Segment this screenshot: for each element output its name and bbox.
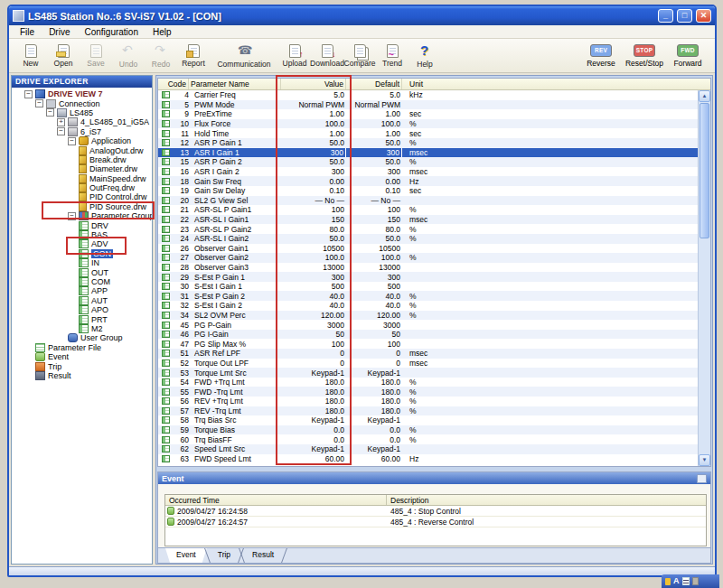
cell-value[interactable]: Keypad-1 xyxy=(281,415,346,425)
minimize-button[interactable] xyxy=(658,9,673,23)
parameter-row[interactable]: 62Speed Lmt SrcKeypad-1Keypad-1 xyxy=(158,444,698,454)
cell-value[interactable]: 80.0 xyxy=(281,225,346,234)
cell-value[interactable]: 1.00 xyxy=(281,129,346,138)
cell-value[interactable]: 150 xyxy=(281,215,346,224)
reverse-button[interactable]: REVReverse xyxy=(579,41,623,71)
collapse-icon[interactable]: − xyxy=(46,108,54,117)
column-occurred-time[interactable]: Occurred Time xyxy=(165,495,387,505)
maximize-button[interactable] xyxy=(677,9,692,23)
ime-tools-icon[interactable] xyxy=(665,578,671,585)
tree-item-drive-view-7[interactable]: −DRIVE VIEW 7 xyxy=(12,89,152,98)
cell-value[interactable]: 100.0 xyxy=(281,253,346,262)
column-unit[interactable]: Unit xyxy=(402,79,710,89)
parameter-row[interactable]: 4Carrier Freq5.05.0kHz xyxy=(158,90,698,100)
cell-value[interactable]: 180.0 xyxy=(281,406,346,415)
ime-more-icon[interactable] xyxy=(692,577,699,585)
tree-item-trip[interactable]: Trip xyxy=(12,361,152,370)
tree-item-com[interactable]: COM xyxy=(12,277,152,286)
tree-item-result[interactable]: Result xyxy=(12,371,152,380)
parameter-row[interactable]: 16ASR I Gain 2300300msec xyxy=(158,167,698,177)
collapse-icon[interactable]: − xyxy=(68,212,76,220)
title-bar[interactable]: LS485 Station No.:6 SV-iS7 V1.02 - [CON] xyxy=(9,6,715,25)
parameter-row[interactable]: 22ASR-SL I Gain1150150msec xyxy=(158,215,698,225)
tree-item-prt[interactable]: PRT xyxy=(12,314,152,323)
tree-item-in[interactable]: IN xyxy=(12,258,152,267)
vertical-scrollbar[interactable]: ▲ ▼ xyxy=(698,90,710,466)
parameter-row[interactable]: 58Trq Bias SrcKeypad-1Keypad-1 xyxy=(158,415,698,425)
menu-configuration[interactable]: Configuration xyxy=(77,27,145,37)
tree-item-app[interactable]: APP xyxy=(12,286,152,295)
cell-value[interactable]: 100.0 xyxy=(281,119,346,128)
cell-value[interactable]: 300 xyxy=(281,167,346,176)
tree-item-break-drw[interactable]: Break.drw xyxy=(12,155,152,164)
parameter-row[interactable]: 19Gain Sw Delay0.100.10sec xyxy=(158,186,698,196)
parameter-row[interactable]: 5PWM ModeNormal PWMNormal PWM xyxy=(158,100,698,110)
event-row[interactable]: 2009/04/27 16:24:57485_4 : Reverse Contr… xyxy=(165,517,706,527)
cell-value[interactable]: 100 xyxy=(281,340,346,349)
tree-item-parameter-group[interactable]: −Parameter Group xyxy=(12,211,152,220)
parameter-row[interactable]: 59Torque Bias0.00.0% xyxy=(158,425,698,435)
parameter-row[interactable]: 57REV -Trq Lmt180.0180.0% xyxy=(158,406,698,416)
menu-file[interactable]: File xyxy=(13,27,42,37)
tree-item-adv[interactable]: ADV xyxy=(12,239,152,248)
tab-event[interactable]: Event xyxy=(165,548,207,563)
cell-value[interactable]: 60.00 xyxy=(281,454,346,463)
menu-drive[interactable]: Drive xyxy=(42,27,77,37)
cell-value[interactable]: 0.00 xyxy=(281,177,346,186)
communication-button[interactable]: Communication xyxy=(210,41,278,71)
cell-value[interactable]: 0 xyxy=(281,349,346,358)
new-button[interactable]: New xyxy=(14,41,47,71)
event-row[interactable]: 2009/04/27 16:24:58485_4 : Stop Control xyxy=(165,506,706,517)
parameter-row[interactable]: 45PG P-Gain30003000 xyxy=(158,320,698,330)
parameter-row[interactable]: 21ASR-SL P Gain1100100% xyxy=(158,205,698,215)
tree-item-con[interactable]: CON xyxy=(12,249,152,258)
tree-item-event[interactable]: Event xyxy=(12,352,152,361)
tree-item-drv[interactable]: DRV xyxy=(12,220,152,229)
parameter-row[interactable]: 27Observer Gain2100.0100.0% xyxy=(158,253,698,263)
tree-item-connection[interactable]: −Connection xyxy=(12,98,152,107)
cell-value[interactable]: 40.0 xyxy=(281,301,346,310)
help-button[interactable]: Help xyxy=(408,41,441,71)
download-button[interactable]: ↓Download xyxy=(311,41,343,71)
tree-item-pid-source-drw[interactable]: PID Source.drw xyxy=(12,202,152,211)
parameter-row[interactable]: 18Gain Sw Freq0.000.00Hz xyxy=(158,176,698,186)
column-default[interactable]: Default xyxy=(346,79,402,89)
menu-help[interactable]: Help xyxy=(146,27,179,37)
parameter-row[interactable]: 12ASR P Gain 150.050.0% xyxy=(158,138,698,148)
cell-value[interactable]: 300 xyxy=(281,148,346,157)
cell-value[interactable]: 5.0 xyxy=(281,90,346,99)
parameter-row[interactable]: 15ASR P Gain 250.050.0% xyxy=(158,157,698,167)
scroll-down-button[interactable]: ▼ xyxy=(699,454,710,466)
parameter-row[interactable]: 24ASR-SL I Gain250.050.0% xyxy=(158,234,698,244)
ime-language-bar[interactable]: A xyxy=(662,574,719,588)
open-button[interactable]: Open xyxy=(47,41,80,71)
cell-value[interactable]: 10500 xyxy=(281,244,346,253)
cell-value[interactable]: 180.0 xyxy=(281,387,346,397)
parameter-row[interactable]: 32S-Est I Gain 240.040.0% xyxy=(158,301,698,311)
cell-value[interactable]: 180.0 xyxy=(281,378,346,387)
tree-item-pid-control-drw[interactable]: PID Control.drw xyxy=(12,192,152,201)
parameter-row[interactable]: 10Flux Force100.0100.0% xyxy=(158,119,698,129)
parameter-row[interactable]: 13ASR I Gain 1300300msec xyxy=(158,148,698,158)
collapse-icon[interactable]: − xyxy=(24,90,33,98)
ime-hangul-icon[interactable] xyxy=(682,577,690,585)
cell-value[interactable]: 50.0 xyxy=(281,234,346,243)
parameter-row[interactable]: 52Torque Out LPF00msec xyxy=(158,359,698,369)
close-button[interactable] xyxy=(696,9,711,23)
upload-button[interactable]: ↑Upload xyxy=(278,41,311,71)
cell-value[interactable]: 300 xyxy=(281,273,346,282)
expand-icon[interactable]: + xyxy=(57,118,65,126)
event-panel-menu-button[interactable] xyxy=(697,474,707,483)
tree-item-m2[interactable]: M2 xyxy=(12,324,152,333)
scrollbar-thumb[interactable] xyxy=(700,103,709,238)
tree-item-parameter-file[interactable]: Parameter File xyxy=(12,343,152,352)
cell-value[interactable]: Normal PWM xyxy=(281,100,346,109)
column-code[interactable]: Code xyxy=(158,79,189,89)
parameter-row[interactable]: 63FWD Speed Lmt60.0060.00Hz xyxy=(158,454,698,464)
ime-mode-letter[interactable]: A xyxy=(673,577,680,585)
cell-value[interactable]: 1.00 xyxy=(281,109,346,118)
tree-item-apo[interactable]: APO xyxy=(12,305,152,314)
collapse-icon[interactable]: − xyxy=(68,137,76,145)
scroll-up-button[interactable]: ▲ xyxy=(699,90,710,102)
parameter-row[interactable]: 9PreExTime1.001.00sec xyxy=(158,109,698,119)
